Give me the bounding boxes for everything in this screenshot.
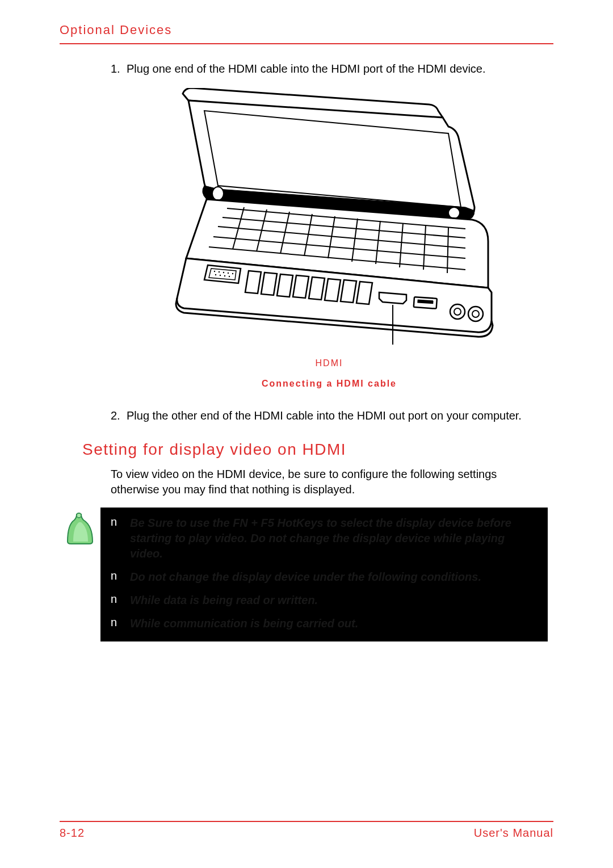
- note-bullet: n: [111, 593, 130, 606]
- note-item: n Do not change the display device under…: [111, 569, 538, 585]
- note-bullet: n: [111, 616, 130, 629]
- footer-rule: [60, 821, 553, 822]
- step-2-text: Plug the other end of the HDMI cable int…: [127, 408, 522, 423]
- svg-point-9: [224, 275, 225, 276]
- hdmi-label: HDMI: [111, 358, 548, 368]
- svg-point-15: [472, 311, 479, 317]
- note-item: n While data is being read or written.: [111, 593, 538, 608]
- svg-point-1: [448, 207, 460, 219]
- note-bullet: n: [111, 515, 130, 529]
- body-content: 1. Plug one end of the HDMI cable into t…: [60, 44, 553, 641]
- svg-point-8: [220, 275, 221, 276]
- note-block: n Be Sure to use the FN + F5 HotKeys to …: [65, 508, 548, 641]
- svg-point-5: [228, 272, 229, 274]
- page-number: 8-12: [60, 827, 85, 840]
- svg-point-2: [214, 271, 215, 272]
- note-item: n While communication is being carried o…: [111, 616, 538, 631]
- note-text: While communication is being carried out…: [130, 616, 358, 631]
- step-2-number: 2.: [111, 408, 127, 423]
- step-1-text: Plug one end of the HDMI cable into the …: [127, 61, 486, 77]
- header-title: Optional Devices: [60, 23, 553, 37]
- figure-caption: Connecting a HDMI cable: [111, 379, 548, 389]
- figure-laptop-hdmi: HDMI Connecting a HDMI cable: [111, 88, 548, 389]
- note-item: n Be Sure to use the FN + F5 HotKeys to …: [111, 515, 538, 561]
- step-1: 1. Plug one end of the HDMI cable into t…: [111, 61, 548, 77]
- note-box: n Be Sure to use the FN + F5 HotKeys to …: [100, 508, 548, 641]
- svg-point-13: [454, 308, 461, 315]
- page-header: Optional Devices: [60, 23, 553, 44]
- page-footer: 8-12 User's Manual: [60, 821, 553, 840]
- section-intro: To view video on the HDMI device, be sur…: [111, 467, 548, 497]
- note-bullet: n: [111, 569, 130, 582]
- laptop-hdmi-illustration: [148, 88, 511, 355]
- svg-point-0: [212, 187, 224, 200]
- note-text: Do not change the display device under t…: [130, 569, 481, 585]
- info-icon: [65, 508, 100, 547]
- note-text: While data is being read or written.: [130, 593, 318, 608]
- vga-port-icon: [204, 265, 241, 283]
- doc-title: User's Manual: [474, 827, 553, 840]
- svg-point-7: [215, 274, 216, 275]
- svg-point-3: [219, 271, 220, 272]
- note-text: Be Sure to use the FN + F5 HotKeys to se…: [130, 515, 538, 561]
- svg-point-16: [77, 513, 81, 518]
- hdmi-port-icon: [379, 292, 406, 304]
- svg-point-10: [229, 276, 230, 277]
- section-heading: Setting for display video on HDMI: [60, 441, 548, 459]
- svg-point-4: [223, 272, 224, 273]
- svg-point-6: [232, 273, 233, 274]
- step-1-number: 1.: [111, 61, 127, 77]
- step-2: 2. Plug the other end of the HDMI cable …: [111, 408, 548, 423]
